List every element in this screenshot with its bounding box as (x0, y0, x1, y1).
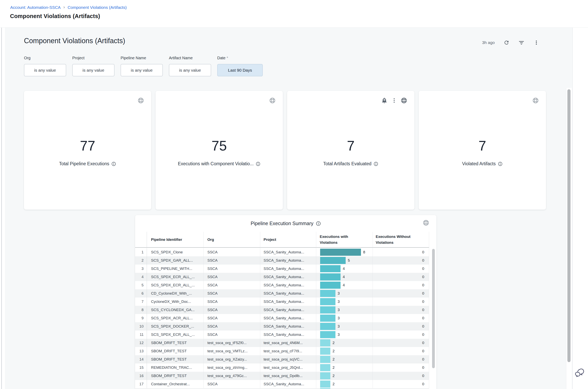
violations-bar (320, 249, 361, 256)
table-row[interactable]: 15REMEDIATION_TRAC...test_ssca_org_zbVmg… (135, 363, 429, 372)
project-cell: SSCA_Sanity_Automa... (260, 273, 316, 281)
pipeline-identifier-cell: SCS_CYCLONEDX_GA... (147, 306, 204, 314)
violations-bar-value: 2 (333, 382, 335, 386)
tile-label-row: Total Artifacts Evaluated (287, 161, 415, 166)
table-row[interactable]: 7CycloneDX_With_Doc...SSCASSCA_Sanity_Au… (135, 297, 429, 306)
table-title-info-icon[interactable] (316, 221, 321, 226)
page-header: Account: Automation-SSCA › Component Vio… (0, 0, 588, 28)
executions-with-violations-cell: 2 (316, 339, 373, 347)
filter-value-button[interactable]: Last 90 Days (217, 64, 263, 76)
executions-with-violations-cell: 2 (316, 347, 373, 355)
table-row[interactable]: 16SBOM_DRIFT_TESTtest_ssca_org_479Gc...t… (135, 372, 429, 380)
stat-tile: 7Violated Artifacts (419, 91, 546, 210)
executions-without-violations-cell: 0 (373, 289, 429, 297)
executions-with-violations-cell: 4 (316, 264, 373, 273)
filter-value-button[interactable]: is any value (121, 64, 163, 76)
violations-bar (320, 356, 330, 363)
globe-icon[interactable] (269, 97, 276, 104)
table-row[interactable]: 17Container_Orchestrat...SSCASSCA_Sanity… (135, 380, 429, 388)
tile-value: 75 (156, 138, 283, 154)
executions-with-violations-cell: 5 (316, 256, 373, 264)
table-row[interactable]: 9SCS_SPDX_ACR_ALL...SSCASSCA_Sanity_Auto… (135, 314, 429, 322)
project-cell: SSCA_Sanity_Automa... (260, 297, 316, 306)
executions-with-violations-cell: 3 (316, 297, 373, 306)
filter-value-button[interactable]: is any value (24, 64, 66, 76)
violations-bar (320, 348, 330, 355)
row-number-cell: 17 (135, 380, 147, 388)
tile-kebab-icon[interactable] (391, 97, 397, 103)
row-number-cell: 6 (135, 289, 147, 297)
violations-bar (320, 282, 341, 289)
violations-bar (320, 265, 341, 272)
pipeline-identifier-cell: CycloneDX_With_Doc... (147, 297, 204, 306)
alert-bell-icon[interactable] (381, 97, 388, 104)
row-number-cell: 16 (135, 372, 147, 380)
filter-value-button[interactable]: is any value (72, 64, 114, 76)
violations-bar (320, 381, 330, 388)
project-cell: SSCA_Sanity_Automa... (260, 289, 316, 297)
info-icon[interactable] (111, 162, 116, 166)
table-row[interactable]: 3SCS_PIPELINE_WITH...SSCASSCA_Sanity_Aut… (135, 264, 429, 273)
dashboard-scrollbar-track[interactable] (566, 88, 572, 389)
tile-value: 7 (419, 138, 546, 154)
column-header-pipeline-identifier[interactable]: Pipeline Identifier (147, 232, 204, 247)
table-row[interactable]: 4SCS_SPDX_ECR_ALL_...SSCASSCA_Sanity_Aut… (135, 273, 429, 281)
breadcrumb-account-link[interactable]: Account: Automation-SSCA (10, 5, 61, 10)
filter-value-button[interactable]: is any value (169, 64, 211, 76)
table-scrollbar-thumb[interactable] (432, 249, 435, 368)
table-row[interactable]: 5SCS_SPDX_ECR_ALL_...SSCASSCA_Sanity_Aut… (135, 281, 429, 289)
table-row[interactable]: 1SCS_SPDX_CloneSSCASSCA_Sanity_Automa...… (135, 248, 429, 256)
table-row[interactable]: 13SBOM_DRIFT_TESTtest_ssca_org_VMTLz...t… (135, 347, 429, 355)
row-number-cell: 10 (135, 322, 147, 330)
tile-label: Violated Artifacts (462, 161, 496, 166)
column-header-org[interactable]: Org (204, 232, 260, 247)
window-left-border (1, 0, 2, 389)
info-icon[interactable] (256, 162, 260, 166)
table-row[interactable]: 11SCS_SPDX_ECR_ALL_...SSCASSCA_Sanity_Au… (135, 330, 429, 339)
table-row[interactable]: 6CD_CycloneDX_With_...SSCASSCA_Sanity_Au… (135, 289, 429, 297)
globe-icon[interactable] (423, 219, 429, 226)
pipeline-identifier-cell: SCS_SPDX_Clone (147, 248, 204, 256)
globe-icon[interactable] (401, 97, 407, 104)
executions-with-violations-cell: 4 (316, 281, 373, 289)
filter-project: Projectis any value (72, 56, 114, 76)
chat-help-button[interactable] (574, 367, 585, 378)
table-row[interactable]: 10SCS_SPDX_DOCKER_...SSCASSCA_Sanity_Aut… (135, 322, 429, 330)
pipeline-identifier-cell: SCS_SPDX_DOCKER_... (147, 322, 204, 330)
org-cell: SSCA (204, 264, 260, 273)
violations-bar (320, 290, 335, 297)
violations-bar (320, 298, 335, 305)
stat-tile: 75Executions with Component Violatio... (156, 91, 283, 210)
violations-bar-value: 4 (343, 275, 345, 279)
table-row[interactable]: 12SBOM_DRIFT_TESTtest_ssca_org_tF5Zf0...… (135, 339, 429, 347)
breadcrumb-current-link[interactable]: Component Violations (Artifacts) (68, 5, 127, 10)
org-cell: test_ssca_org_zbVmg... (204, 363, 260, 372)
executions-with-violations-cell: 2 (316, 380, 373, 388)
dashboard-scrollbar-thumb[interactable] (567, 89, 571, 362)
filter-icon[interactable] (518, 39, 524, 46)
table-row[interactable]: 8SCS_CYCLONEDX_GA...SSCASSCA_Sanity_Auto… (135, 306, 429, 314)
column-header-project[interactable]: Project (260, 232, 316, 247)
row-number-cell: 11 (135, 330, 147, 339)
violations-bar (320, 364, 330, 371)
violations-bar-value: 3 (338, 324, 340, 328)
column-header-executions-without-violations[interactable]: Executions Without Violations (373, 232, 429, 247)
info-icon[interactable] (498, 162, 503, 166)
executions-without-violations-cell: 0 (373, 248, 429, 256)
info-icon[interactable] (374, 162, 378, 166)
filter-label: Org (24, 56, 66, 60)
stat-tiles-row: 77Total Pipeline Executions 75Executions… (24, 91, 546, 210)
executions-with-violations-cell: 8 (316, 248, 373, 256)
project-cell: SSCA_Sanity_Automa... (260, 314, 316, 322)
refresh-icon[interactable] (503, 39, 510, 46)
globe-icon[interactable] (532, 97, 539, 104)
org-cell: SSCA (204, 256, 260, 264)
column-header-executions-with-violations[interactable]: Executions with Violations (316, 232, 373, 247)
more-options-kebab-icon[interactable] (533, 39, 540, 46)
violations-bar (320, 323, 335, 330)
table-row[interactable]: 2SCS_SPDX_GAR_ALL...SSCASSCA_Sanity_Auto… (135, 256, 429, 264)
globe-icon[interactable] (138, 97, 144, 104)
violations-bar-value: 2 (333, 349, 335, 353)
column-header-rownum (135, 232, 147, 247)
table-row[interactable]: 14SBOM_DRIFT_TESTtest_ssca_org_XZalzy...… (135, 355, 429, 363)
